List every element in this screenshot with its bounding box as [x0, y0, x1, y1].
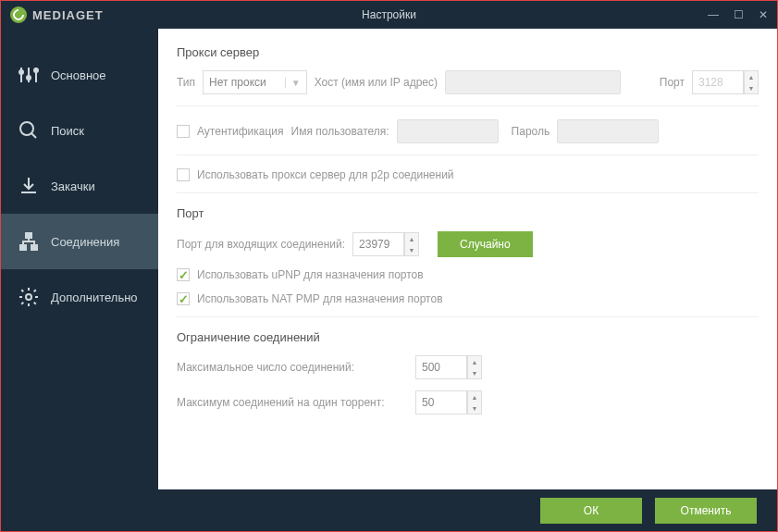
svg-point-2: [34, 68, 38, 72]
cancel-button[interactable]: Отменить: [655, 498, 757, 524]
search-icon: [18, 119, 40, 142]
auth-user-label: Имя пользователя:: [291, 125, 389, 138]
incoming-port-input[interactable]: [352, 232, 404, 256]
upnp-row: Использовать uPNP для назначения портов: [177, 268, 759, 281]
incoming-port-spinner[interactable]: ▲▼: [404, 232, 419, 256]
proxy-port-field[interactable]: ▲▼: [692, 70, 759, 94]
sidebar-item-connections[interactable]: Соединения: [1, 214, 158, 269]
sidebar-item-label: Основное: [51, 68, 106, 82]
sidebar-item-label: Соединения: [51, 235, 119, 249]
max-conn-label: Максимальное число соединений:: [177, 361, 408, 374]
titlebar: MEDIAGET Настройки — ☐ ✕: [1, 1, 777, 29]
natpmp-label: Использовать NAT PMP для назначения порт…: [197, 292, 443, 305]
p2p-checkbox[interactable]: [177, 168, 190, 181]
window-title: Настройки: [362, 8, 416, 21]
auth-pass-label: Пароль: [512, 125, 550, 138]
random-port-button[interactable]: Случайно: [438, 231, 533, 257]
per-torrent-spinner[interactable]: ▲▼: [467, 390, 482, 414]
content-pane: Прокси сервер Тип Нет прокси ▼ Хост (имя…: [158, 29, 777, 489]
natpmp-row: Использовать NAT PMP для назначения порт…: [177, 292, 759, 305]
svg-point-0: [19, 70, 23, 74]
p2p-label: Использовать прокси сервер для p2p соеди…: [197, 168, 454, 181]
sidebar: Основное Поиск Закачки Соединения Дополн…: [1, 29, 158, 489]
sidebar-item-label: Поиск: [51, 124, 84, 138]
proxy-type-value: Нет прокси: [209, 76, 266, 89]
main-area: Основное Поиск Закачки Соединения Дополн…: [1, 29, 777, 489]
auth-checkbox[interactable]: [177, 125, 190, 138]
upnp-label: Использовать uPNP для назначения портов: [197, 268, 424, 281]
incoming-port-field[interactable]: ▲▼: [352, 232, 419, 256]
sidebar-item-advanced[interactable]: Дополнительно: [1, 269, 158, 325]
maximize-button[interactable]: ☐: [734, 8, 744, 21]
sidebar-item-label: Дополнительно: [51, 291, 138, 304]
proxy-port-spinner[interactable]: ▲▼: [744, 70, 759, 94]
proxy-section-title: Прокси сервер: [177, 45, 759, 59]
proxy-type-select[interactable]: Нет прокси ▼: [203, 70, 307, 94]
proxy-type-label: Тип: [177, 76, 195, 89]
close-button[interactable]: ✕: [759, 8, 768, 21]
footer: ОК Отменить: [1, 489, 777, 531]
svg-rect-5: [20, 245, 26, 250]
download-icon: [18, 175, 40, 197]
divider: [177, 105, 759, 106]
logo-area: MEDIAGET: [10, 6, 104, 23]
natpmp-checkbox[interactable]: [177, 292, 190, 305]
network-icon: [18, 230, 40, 253]
chevron-down-icon: ▼: [285, 78, 301, 88]
sliders-icon: [18, 64, 40, 86]
app-logo-icon: [10, 6, 27, 23]
proxy-host-label: Хост (имя или IP адрес): [315, 76, 438, 89]
ok-button[interactable]: ОК: [540, 498, 642, 524]
limits-section-title: Ограничение соединений: [177, 330, 759, 344]
divider: [177, 155, 759, 155]
max-conn-input[interactable]: [415, 355, 467, 379]
auth-row: Аутентификация Имя пользователя: Пароль: [177, 119, 759, 143]
sidebar-item-label: Закачки: [51, 179, 95, 193]
divider: [177, 192, 759, 193]
proxy-port-label: Порт: [660, 76, 685, 89]
gear-icon: [18, 286, 40, 308]
p2p-row: Использовать прокси сервер для p2p соеди…: [177, 168, 759, 181]
window-controls: — ☐ ✕: [708, 8, 768, 21]
incoming-port-row: Порт для входящих соединений: ▲▼ Случайн…: [177, 231, 759, 257]
auth-label: Аутентификация: [197, 125, 284, 138]
brand-text: MEDIAGET: [32, 8, 104, 22]
per-torrent-input[interactable]: [415, 390, 467, 414]
proxy-row: Тип Нет прокси ▼ Хост (имя или IP адрес)…: [177, 70, 759, 94]
minimize-button[interactable]: —: [708, 8, 719, 21]
per-torrent-field[interactable]: ▲▼: [415, 390, 482, 414]
svg-rect-6: [31, 245, 37, 250]
svg-point-7: [26, 294, 31, 300]
svg-point-3: [20, 122, 33, 135]
auth-pass-input[interactable]: [557, 119, 659, 143]
svg-point-1: [27, 76, 31, 80]
proxy-host-input[interactable]: [445, 70, 621, 94]
sidebar-item-search[interactable]: Поиск: [1, 103, 158, 158]
incoming-port-label: Порт для входящих соединений:: [177, 238, 345, 251]
max-conn-field[interactable]: ▲▼: [415, 355, 482, 379]
proxy-port-input[interactable]: [692, 70, 744, 94]
per-torrent-row: Максимум соединений на один торрент: ▲▼: [177, 390, 759, 414]
divider: [177, 316, 759, 317]
max-conn-row: Максимальное число соединений: ▲▼: [177, 355, 759, 379]
auth-user-input[interactable]: [397, 119, 499, 143]
per-torrent-label: Максимум соединений на один торрент:: [177, 396, 408, 409]
upnp-checkbox[interactable]: [177, 268, 190, 281]
port-section-title: Порт: [177, 206, 759, 220]
svg-rect-4: [26, 233, 31, 238]
sidebar-item-downloads[interactable]: Закачки: [1, 158, 158, 214]
sidebar-item-general[interactable]: Основное: [1, 47, 158, 103]
max-conn-spinner[interactable]: ▲▼: [467, 355, 482, 379]
